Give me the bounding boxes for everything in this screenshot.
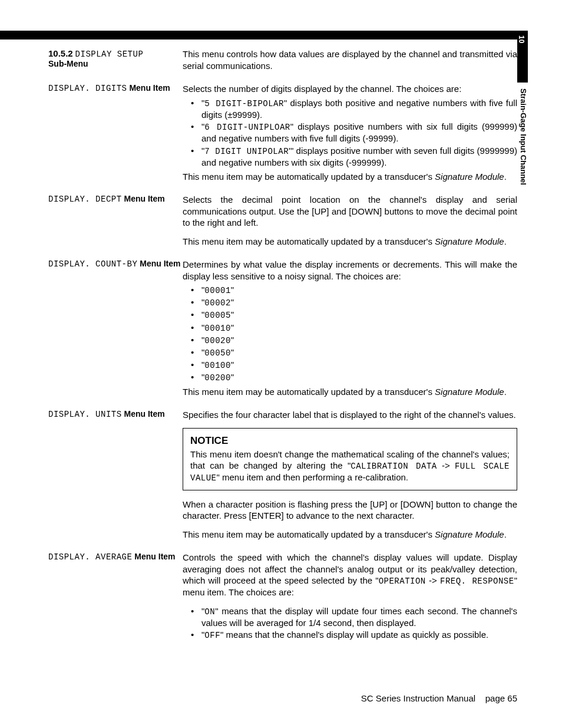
- notice-box: NOTICE This menu item doesn't change the…: [183, 428, 517, 490]
- lcd-text: OPERATION: [379, 577, 426, 586]
- text: This menu item may be automatically upda…: [183, 529, 435, 539]
- decpt-tail: This menu item may be automatically upda…: [183, 236, 517, 248]
- units-row: DISPLAY. UNITS Menu Item Specifies the f…: [48, 409, 517, 540]
- chapter-number: 10: [517, 35, 525, 43]
- chapter-title: Strain-Gage Input Channel: [517, 88, 528, 185]
- lcd-text: FREQ. RESPONSE: [440, 577, 514, 586]
- decpt-p1: Selects the decimal point location on th…: [183, 194, 517, 229]
- lcd-text: 6 DIGIT-UNIPLOAR: [204, 123, 290, 132]
- decpt-row: DISPLAY. DECPT Menu Item Selects the dec…: [48, 194, 517, 247]
- lcd-text: CALIBRATION DATA: [351, 462, 437, 471]
- list-item: "00100": [191, 359, 517, 371]
- italic-text: Signature Module: [435, 172, 504, 182]
- countby-body: Determines by what value the display inc…: [183, 259, 517, 397]
- list-item: "00005": [191, 309, 517, 321]
- average-body: Controls the speed with which the channe…: [183, 552, 517, 644]
- digits-row: DISPLAY. DIGITS Menu Item Selects the nu…: [48, 83, 517, 182]
- digits-label: DISPLAY. DIGITS Menu Item: [48, 83, 183, 182]
- footer-page: page 65: [485, 693, 517, 703]
- section-title-rest: Sub-Menu: [48, 59, 88, 68]
- page-footer: SC Series Instruction Manual page 65: [361, 693, 517, 703]
- units-tail: This menu item may be automatically upda…: [183, 529, 517, 541]
- lcd-text: 00050: [204, 348, 231, 358]
- list-item: "00002": [191, 297, 517, 308]
- text: .: [504, 172, 507, 182]
- average-list: "ON" means that the display will update …: [183, 605, 517, 641]
- units-body: Specifies the four character label that …: [183, 409, 517, 540]
- list-item: "OFF" means that the channel's display w…: [191, 629, 517, 641]
- digits-tail: This menu item may be automatically upda…: [183, 171, 517, 183]
- page-content: 10.5.2 DISPLAY SETUP Sub-Menu This menu …: [48, 48, 517, 652]
- lcd-text: 00005: [204, 311, 231, 320]
- digits-label-lcd: DISPLAY. DIGITS: [48, 84, 127, 93]
- lcd-text: OFF: [204, 631, 220, 640]
- text: ->: [426, 575, 440, 585]
- lcd-text: 7 DIGIT UNIPOLAR: [204, 147, 289, 156]
- lcd-text: 00200: [204, 373, 231, 383]
- countby-row: DISPLAY. COUNT-BY Menu Item Determines b…: [48, 259, 517, 397]
- average-label-suffix: Menu Item: [132, 552, 175, 561]
- decpt-label: DISPLAY. DECPT Menu Item: [48, 194, 183, 247]
- decpt-body: Selects the decimal point location on th…: [183, 194, 517, 247]
- lcd-text: ON: [204, 607, 215, 617]
- countby-label-lcd: DISPLAY. COUNT-BY: [48, 259, 137, 269]
- italic-text: Signature Module: [435, 387, 504, 397]
- section-heading: 10.5.2 DISPLAY SETUP Sub-Menu: [48, 48, 183, 71]
- text: This menu item may be automatically upda…: [183, 172, 435, 182]
- digits-list: "5 DIGIT-BIPOLAR" displays both positive…: [183, 97, 517, 169]
- units-label: DISPLAY. UNITS Menu Item: [48, 409, 183, 540]
- list-item: "00010": [191, 322, 517, 334]
- text: .: [504, 387, 507, 397]
- list-item: "7 DIGIT UNIPOLAR'" displays positive nu…: [191, 145, 517, 169]
- lcd-text: 00100: [204, 361, 231, 370]
- text: " means that the channel's display will …: [220, 630, 488, 640]
- text: ->: [437, 460, 455, 470]
- decpt-label-lcd: DISPLAY. DECPT: [48, 195, 122, 204]
- digits-body: Selects the number of digits displayed b…: [183, 83, 517, 182]
- lcd-text: 00002: [204, 298, 231, 308]
- units-p2: When a character position is flashing pr…: [183, 499, 517, 522]
- section-title-lcd: DISPLAY SETUP: [75, 50, 144, 59]
- footer-title: SC Series Instruction Manual: [361, 693, 475, 703]
- italic-text: Signature Module: [435, 236, 504, 246]
- units-p1: Specifies the four character label that …: [183, 409, 517, 421]
- average-row: DISPLAY. AVERAGE Menu Item Controls the …: [48, 552, 517, 644]
- italic-text: Signature Module: [435, 529, 504, 539]
- text: This menu item may be automatically upda…: [183, 236, 435, 246]
- countby-label: DISPLAY. COUNT-BY Menu Item: [48, 259, 183, 397]
- countby-label-suffix: Menu Item: [137, 259, 180, 268]
- digits-intro: Selects the number of digits displayed b…: [183, 83, 517, 95]
- average-p1: Controls the speed with which the channe…: [183, 552, 517, 598]
- notice-title: NOTICE: [190, 434, 510, 447]
- section-intro: This menu controls how data values are d…: [183, 48, 517, 71]
- lcd-text: 5 DIGIT-BIPOLAR: [204, 99, 284, 108]
- list-item: "ON" means that the display will update …: [191, 605, 517, 629]
- countby-tail: This menu item may be automatically upda…: [183, 386, 517, 398]
- units-label-lcd: DISPLAY. UNITS: [48, 410, 122, 419]
- countby-intro: Determines by what value the display inc…: [183, 259, 517, 282]
- lcd-text: 00001: [204, 286, 231, 295]
- list-item: "00001": [191, 284, 517, 296]
- list-item: "00200": [191, 371, 517, 383]
- list-item: "6 DIGIT-UNIPLOAR" displays positive num…: [191, 121, 517, 144]
- average-label-lcd: DISPLAY. AVERAGE: [48, 552, 132, 562]
- lcd-text: 00010: [204, 324, 231, 333]
- lcd-text: 00020: [204, 336, 231, 345]
- header-bar: [0, 31, 517, 39]
- average-label: DISPLAY. AVERAGE Menu Item: [48, 552, 183, 644]
- text: This menu item may be automatically upda…: [183, 387, 435, 397]
- list-item: "00020": [191, 334, 517, 346]
- digits-label-suffix: Menu Item: [127, 83, 170, 93]
- text: " means that the display will update fou…: [201, 606, 517, 628]
- text: " menu item and then performing a re-cal…: [217, 472, 409, 482]
- list-item: "5 DIGIT-BIPOLAR" displays both positive…: [191, 97, 517, 121]
- countby-list: "00001" "00002" "00005" "00010" "00020" …: [183, 284, 517, 384]
- text: .: [504, 236, 507, 246]
- section-header-row: 10.5.2 DISPLAY SETUP Sub-Menu This menu …: [48, 48, 517, 71]
- units-label-suffix: Menu Item: [122, 409, 165, 419]
- section-number: 10.5.2: [48, 48, 73, 58]
- text: .: [504, 529, 507, 539]
- decpt-label-suffix: Menu Item: [122, 194, 165, 203]
- list-item: "00050": [191, 347, 517, 358]
